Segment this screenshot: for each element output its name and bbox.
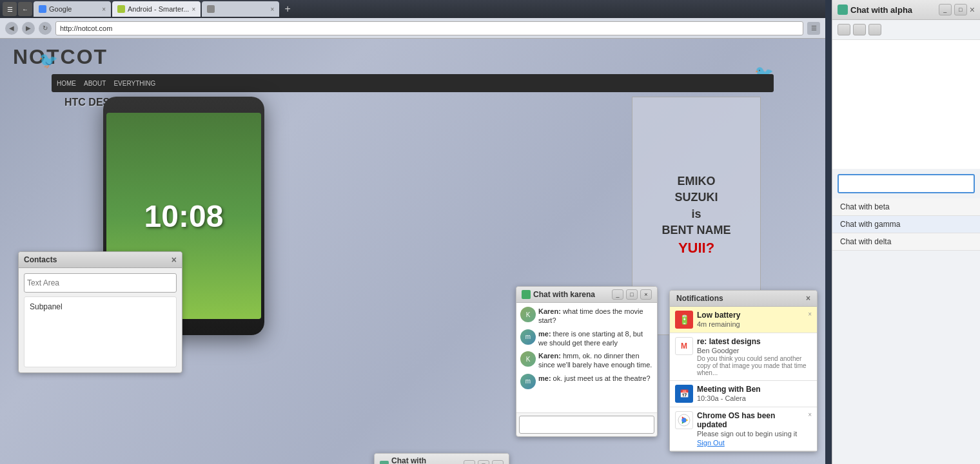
app-menu-icon[interactable]: ☰: [3, 2, 17, 16]
notifications-title: Notifications: [676, 294, 723, 303]
chrome-title: Chrome OS has been updated: [697, 411, 804, 429]
msg-karen-2-text: Karen: hmm, ok. no dinner then since we'…: [538, 351, 653, 370]
chat-karena-maximize[interactable]: □: [626, 289, 638, 300]
tab-favicon-google: [39, 5, 46, 13]
notification-chrome: Chrome OS has been updated Please sign o…: [670, 407, 817, 451]
url-bar: ◀ ▶ ↻ ☰: [0, 18, 825, 39]
battery-text: Low battery 4m remaining: [697, 311, 804, 328]
gmail-title: re: latest designs: [697, 337, 812, 346]
browser-tab-android[interactable]: Android - Smarter... ×: [112, 1, 201, 17]
chat-karena-messages: K Karen: what time does the movie start?…: [516, 303, 657, 412]
chat-alpha-title: Chat with alpha: [850, 5, 936, 15]
karen-avatar-2: K: [520, 351, 536, 367]
nav-item-home: HOME: [57, 80, 76, 87]
nav-bar: HOME ABOUT EVERYTHING: [52, 74, 774, 92]
chat-msg-me-2: m me: ok. just meet us at the theatre?: [520, 374, 653, 389]
chrome-icon: [675, 411, 693, 429]
alpha-tool-btn-2[interactable]: [853, 24, 866, 35]
calendar-icon: 📅: [675, 385, 693, 403]
chat-karena-favicon: [522, 290, 531, 299]
chat-alpha-content: [832, 40, 980, 169]
calendar-subtitle: 10:30a - Calera: [697, 394, 812, 402]
chat-gmurphy-favicon: [380, 461, 389, 464]
chat-karena-title: Chat with karena: [533, 290, 609, 299]
chat-gmurphy-minimize[interactable]: _: [464, 460, 475, 464]
bird-decoration-1: 🐦: [39, 52, 58, 70]
chat-gmurphy-maximize[interactable]: □: [478, 460, 489, 464]
sign-out-link[interactable]: Sign Out: [697, 439, 804, 447]
notifications-close[interactable]: ×: [806, 294, 810, 303]
tab-close-3[interactable]: ×: [270, 6, 274, 13]
notification-gmail: M re: latest designs Ben Goodger Do you …: [670, 333, 817, 381]
chat-alpha-minimize[interactable]: _: [939, 4, 952, 15]
msg-me-1-text: me: there is one starting at 8, but we s…: [538, 329, 653, 348]
chat-gmurphy-close[interactable]: ×: [492, 460, 504, 464]
subpanel-label: Subpanel: [30, 302, 63, 311]
alpha-tool-btn-3[interactable]: [868, 24, 881, 35]
karen-avatar-1: K: [520, 307, 536, 322]
chat-alpha-maximize[interactable]: □: [954, 4, 967, 15]
contacts-body: Subpanel: [19, 268, 182, 372]
alpha-tool-btn-1[interactable]: [838, 24, 850, 35]
forward-button[interactable]: ▶: [22, 22, 35, 35]
refresh-button[interactable]: ↻: [39, 22, 52, 35]
chat-gmurphy-window: Chat with gmurphy _ □ ×: [374, 453, 509, 464]
chat-list-item-gamma[interactable]: Chat with gamma: [832, 216, 980, 233]
gmail-body: Do you think you could send another copy…: [697, 355, 812, 376]
site-title: NOTCOT: [13, 45, 108, 69]
contacts-panel: Contacts × Subpanel: [18, 251, 182, 373]
browser-tab-google[interactable]: Google ×: [34, 1, 111, 17]
chat-alpha-favicon: [838, 5, 848, 15]
chat-alpha-header: Chat with alpha _ □ ×: [832, 0, 980, 20]
chat-list-item-delta[interactable]: Chat with delta: [832, 233, 980, 251]
battery-close[interactable]: ×: [808, 311, 812, 318]
contacts-subpanel: Subpanel: [24, 296, 177, 367]
chat-karena-input[interactable]: [519, 416, 654, 434]
contacts-search-input[interactable]: [24, 273, 177, 293]
back-button[interactable]: ◀: [5, 22, 18, 35]
url-input[interactable]: [55, 21, 803, 35]
chat-list-item-beta[interactable]: Chat with beta: [832, 198, 980, 216]
chat-msg-karen-1: K Karen: what time does the movie start?: [520, 307, 653, 325]
gmail-subtitle: Ben Goodger: [697, 347, 812, 354]
chrome-subtitle: Please sign out to begin using it: [697, 430, 804, 438]
browser-tab-3[interactable]: ×: [202, 1, 279, 17]
nav-item-everything: EVERYTHING: [113, 80, 155, 87]
new-tab-btn[interactable]: +: [280, 2, 295, 16]
chat-msg-me-1: m me: there is one starting at 8, but we…: [520, 329, 653, 348]
tab-close-google[interactable]: ×: [102, 6, 106, 13]
chrome-text: Chrome OS has been updated Please sign o…: [697, 411, 804, 447]
phone-time: 10:08: [144, 198, 224, 234]
msg-me-2-text: me: ok. just meet us at the theatre?: [538, 374, 651, 389]
gmail-text: re: latest designs Ben Goodger Do you th…: [697, 337, 812, 376]
notifications-panel: Notifications × 🔋 Low battery 4m remaini…: [669, 290, 818, 452]
battery-title: Low battery: [697, 311, 804, 320]
product-title: EMIKOSUZUKIisBENT NAMEYUII?: [662, 173, 731, 258]
chat-alpha-input[interactable]: [838, 174, 975, 193]
settings-button[interactable]: ☰: [807, 22, 820, 35]
gmail-icon: M: [675, 337, 693, 355]
chat-alpha-toolbar: [832, 20, 980, 40]
tab-label-google: Google: [49, 5, 72, 13]
chat-alpha-panel: Chat with alpha _ □ × Chat with beta Cha…: [832, 0, 980, 464]
tab-favicon-3: [207, 5, 215, 13]
chat-gmurphy-header: Chat with gmurphy _ □ ×: [375, 454, 509, 464]
contacts-close-button[interactable]: ×: [172, 255, 177, 265]
msg-karen-1-text: Karen: what time does the movie start?: [538, 307, 653, 325]
chat-karena-minimize[interactable]: _: [612, 289, 623, 300]
chat-alpha-close[interactable]: ×: [970, 5, 975, 15]
svg-point-2: [682, 418, 687, 423]
tab-close-android[interactable]: ×: [191, 6, 195, 13]
calendar-title: Meeting with Ben: [697, 385, 812, 394]
chat-karena-close[interactable]: ×: [640, 289, 652, 300]
chrome-close[interactable]: ×: [808, 411, 812, 418]
contacts-title: Contacts: [24, 255, 57, 264]
taskbar: ☰ ← Google × Android - Smarter... × × +: [0, 0, 825, 18]
chat-karena-header: Chat with karena _ □ ×: [516, 287, 657, 303]
chat-list: Chat with beta Chat with gamma Chat with…: [832, 198, 980, 251]
me-avatar-1: m: [520, 329, 536, 345]
chat-karena-input-area: [516, 412, 657, 436]
back-btn[interactable]: ←: [18, 2, 32, 16]
battery-icon: 🔋: [675, 311, 693, 329]
contacts-header: Contacts ×: [19, 252, 182, 268]
